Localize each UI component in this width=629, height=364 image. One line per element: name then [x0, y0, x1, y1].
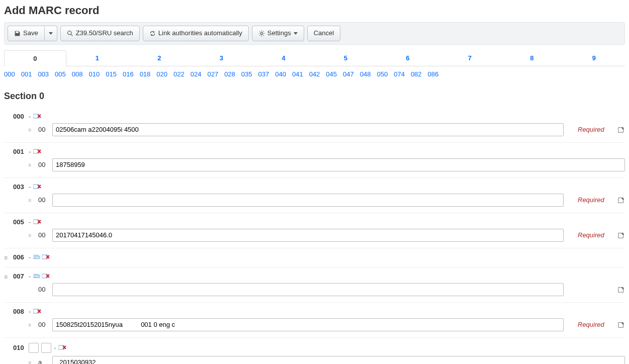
subfield-row: ≡00	[28, 158, 625, 171]
tag-link-045[interactable]: 045	[326, 70, 337, 78]
caret-down-icon	[294, 32, 298, 35]
indicator-1[interactable]	[29, 343, 39, 353]
indicator-2[interactable]	[41, 343, 51, 353]
tab-section-1[interactable]: 1	[66, 50, 129, 66]
tag-link-048[interactable]: 048	[360, 70, 371, 78]
required-label: Required	[578, 231, 609, 239]
subfield-value-input[interactable]	[52, 158, 625, 171]
subfield-value-input[interactable]	[52, 283, 564, 296]
tag-dash: -	[29, 183, 31, 191]
delete-tag-icon[interactable]	[42, 253, 50, 261]
save-button[interactable]: Save	[8, 26, 45, 41]
delete-tag-icon[interactable]	[33, 148, 41, 155]
tag-actions	[33, 113, 41, 120]
tab-section-4[interactable]: 4	[252, 50, 315, 66]
drag-handle-icon[interactable]: ≡	[4, 274, 8, 281]
section-title: Section 0	[4, 91, 625, 102]
tag-header: 010-	[13, 343, 625, 353]
subfield-value-input[interactable]	[52, 318, 564, 331]
tag-number: 008	[13, 308, 26, 315]
toolbar: Save Z39.50/SRU search Link authorities …	[4, 22, 625, 45]
edit-subfield-icon[interactable]	[618, 321, 625, 328]
drag-handle-icon[interactable]: ≡	[28, 359, 31, 364]
tab-section-2[interactable]: 2	[128, 50, 191, 66]
subfield-row: ≡a	[28, 356, 625, 364]
tag-header: 006-	[13, 253, 625, 261]
tag-link-003[interactable]: 003	[38, 70, 49, 78]
edit-subfield-icon[interactable]	[618, 126, 625, 133]
delete-tag-icon[interactable]	[33, 113, 41, 120]
field-005: 005-≡00Required	[4, 213, 625, 248]
tag-link-050[interactable]: 050	[377, 70, 388, 78]
save-dropdown-toggle[interactable]	[45, 26, 57, 41]
delete-tag-icon[interactable]	[42, 272, 50, 280]
tag-number: 003	[13, 183, 26, 191]
drag-handle-icon[interactable]: ≡	[28, 197, 31, 203]
save-label: Save	[23, 29, 38, 38]
subfield-value-input[interactable]	[52, 123, 564, 136]
fields-container: 000-≡00Required001-≡00003-≡00Required005…	[4, 108, 625, 364]
tag-link-041[interactable]: 041	[292, 70, 303, 78]
tag-actions	[33, 148, 41, 155]
tag-link-001[interactable]: 001	[21, 70, 32, 78]
drag-handle-icon[interactable]: ≡	[28, 322, 31, 328]
link-authorities-button[interactable]: Link authorities automatically	[143, 26, 249, 41]
tag-link-005[interactable]: 005	[55, 70, 66, 78]
tab-section-9[interactable]: 9	[563, 50, 625, 66]
refresh-icon	[149, 30, 156, 37]
edit-subfield-icon[interactable]	[618, 232, 625, 239]
tab-section-7[interactable]: 7	[439, 50, 501, 66]
tag-actions	[33, 253, 50, 261]
tag-link-022[interactable]: 022	[173, 70, 185, 78]
tag-link-027[interactable]: 027	[207, 70, 218, 78]
drag-handle-icon[interactable]: ≡	[28, 232, 31, 238]
tab-section-6[interactable]: 6	[377, 50, 439, 66]
tag-link-042[interactable]: 042	[309, 70, 320, 78]
svg-point-2	[260, 32, 262, 34]
subfield-value-input[interactable]	[52, 194, 564, 207]
tag-link-015[interactable]: 015	[106, 70, 117, 78]
tag-link-047[interactable]: 047	[343, 70, 354, 78]
delete-tag-icon[interactable]	[58, 344, 66, 351]
edit-subfield-icon[interactable]	[618, 286, 625, 293]
tag-dash: -	[29, 218, 31, 226]
tag-number: 001	[13, 148, 26, 155]
tab-section-5[interactable]: 5	[315, 50, 377, 66]
tab-section-3[interactable]: 3	[191, 50, 253, 66]
delete-tag-icon[interactable]	[33, 308, 41, 315]
repeat-tag-icon[interactable]	[33, 253, 40, 261]
tab-section-8[interactable]: 8	[501, 50, 563, 66]
drag-handle-icon[interactable]: ≡	[28, 162, 31, 168]
tag-actions	[33, 183, 41, 191]
tag-link-008[interactable]: 008	[72, 70, 83, 78]
cancel-button[interactable]: Cancel	[307, 26, 340, 41]
tag-link-028[interactable]: 028	[224, 70, 235, 78]
edit-subfield-icon[interactable]	[618, 197, 625, 204]
delete-tag-icon[interactable]	[33, 218, 41, 226]
tag-link-037[interactable]: 037	[258, 70, 269, 78]
tag-link-074[interactable]: 074	[394, 70, 405, 78]
tag-link-035[interactable]: 035	[241, 70, 252, 78]
subfield-row: ≡00Required	[28, 318, 625, 331]
drag-handle-icon[interactable]: ≡	[28, 127, 31, 133]
delete-tag-icon[interactable]	[33, 183, 41, 191]
tag-link-010[interactable]: 010	[89, 70, 100, 78]
field-010: 010-≡a	[4, 338, 625, 364]
tag-link-082[interactable]: 082	[411, 70, 422, 78]
subfield-value-input[interactable]	[52, 229, 564, 242]
tag-link-000[interactable]: 000	[4, 70, 15, 78]
tab-section-0[interactable]: 0	[4, 50, 66, 66]
settings-button[interactable]: Settings	[252, 26, 304, 41]
z3950-search-button[interactable]: Z39.50/SRU search	[60, 26, 140, 41]
tag-link-024[interactable]: 024	[191, 70, 202, 78]
tag-link-086[interactable]: 086	[428, 70, 439, 78]
tag-link-016[interactable]: 016	[123, 70, 134, 78]
tag-link-040[interactable]: 040	[275, 70, 286, 78]
tag-link-020[interactable]: 020	[156, 70, 167, 78]
repeat-tag-icon[interactable]	[33, 272, 40, 280]
drag-handle-icon[interactable]: ≡	[4, 254, 8, 261]
required-label: Required	[578, 196, 609, 204]
subfield-value-input[interactable]	[52, 356, 625, 364]
save-icon	[14, 30, 21, 37]
tag-link-018[interactable]: 018	[140, 70, 151, 78]
